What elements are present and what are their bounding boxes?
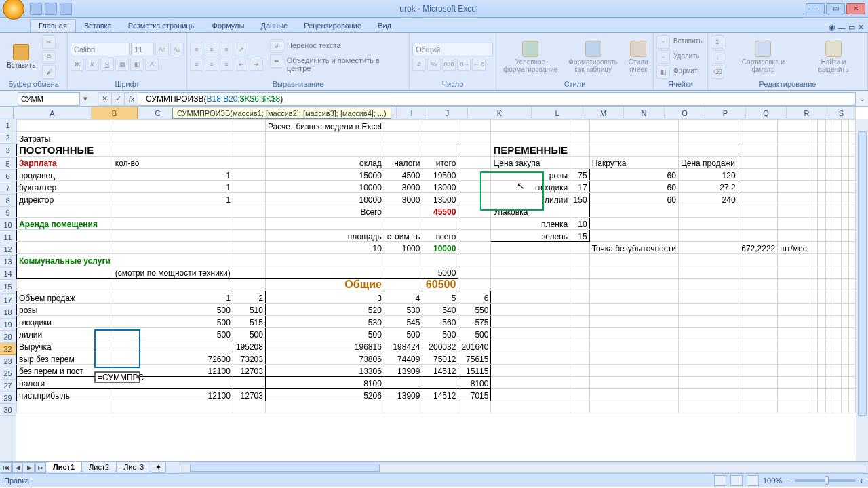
number-format-combo[interactable]: Общий bbox=[412, 43, 493, 56]
row-header-19[interactable]: 19 bbox=[0, 319, 16, 331]
cell[interactable] bbox=[738, 181, 778, 193]
cell[interactable] bbox=[810, 132, 817, 144]
cell[interactable] bbox=[778, 401, 810, 413]
col-header-M[interactable]: M bbox=[583, 107, 624, 119]
cell[interactable]: 13000 bbox=[422, 181, 458, 193]
cell[interactable] bbox=[848, 242, 855, 254]
cell[interactable]: ПЕРЕМЕННЫЕ bbox=[491, 144, 570, 157]
decrease-font-icon[interactable]: A↓ bbox=[170, 43, 184, 56]
cell[interactable]: 13909 bbox=[384, 365, 422, 377]
cell[interactable] bbox=[738, 389, 778, 401]
cell[interactable] bbox=[848, 169, 855, 181]
cell[interactable] bbox=[113, 144, 233, 157]
cell[interactable] bbox=[810, 230, 817, 242]
copy-icon[interactable]: ⧉ bbox=[42, 50, 56, 64]
cell[interactable] bbox=[818, 377, 825, 389]
insert-function-button[interactable]: fx bbox=[125, 92, 138, 106]
row-header-14[interactable]: 14 bbox=[0, 268, 16, 280]
cell[interactable] bbox=[848, 291, 855, 304]
find-select-button[interactable]: Найти и выделить bbox=[802, 35, 865, 79]
cell[interactable] bbox=[589, 132, 678, 144]
cancel-formula-button[interactable]: ✕ bbox=[98, 92, 111, 106]
cell[interactable]: 15000 bbox=[265, 169, 384, 181]
cell[interactable] bbox=[833, 193, 841, 205]
cell[interactable] bbox=[810, 218, 817, 230]
wrap-text-icon[interactable]: ↲ bbox=[270, 39, 283, 53]
cell[interactable]: 2 bbox=[233, 291, 265, 304]
cell[interactable] bbox=[833, 181, 841, 193]
cell[interactable]: 5000 bbox=[422, 266, 458, 279]
cell[interactable] bbox=[778, 389, 810, 401]
col-header-L[interactable]: L bbox=[532, 107, 583, 119]
cell[interactable] bbox=[778, 377, 810, 389]
cell[interactable] bbox=[818, 279, 825, 291]
cell[interactable] bbox=[833, 132, 841, 144]
italic-icon[interactable]: К bbox=[85, 58, 99, 71]
minimize-ribbon-icon[interactable]: — bbox=[838, 24, 846, 32]
cell[interactable] bbox=[825, 352, 833, 365]
cell[interactable] bbox=[678, 205, 738, 218]
align-right-icon[interactable]: ≡ bbox=[220, 58, 233, 71]
cell[interactable] bbox=[589, 230, 678, 242]
row-header-12[interactable]: 12 bbox=[0, 243, 16, 256]
cell[interactable] bbox=[678, 132, 738, 144]
cell[interactable]: 10000 bbox=[265, 193, 384, 205]
cell[interactable]: 560 bbox=[422, 316, 458, 328]
cell[interactable] bbox=[570, 304, 590, 316]
col-header-S[interactable]: S bbox=[827, 107, 856, 119]
align-bottom-icon[interactable]: ≡ bbox=[220, 43, 233, 56]
formula-input[interactable]: =СУММПРОИЗВ(B18:B20;$K$6:$K$8) bbox=[138, 92, 856, 106]
cell[interactable] bbox=[113, 279, 233, 291]
cell[interactable] bbox=[233, 266, 265, 279]
cell[interactable] bbox=[778, 144, 810, 157]
cell[interactable] bbox=[17, 279, 113, 291]
cell[interactable] bbox=[738, 401, 778, 413]
function-tooltip[interactable]: СУММПРОИЗВ(массив1; [массив2]; [массив3]… bbox=[172, 108, 391, 119]
cell[interactable] bbox=[589, 266, 678, 279]
format-table-button[interactable]: Форматировать как таблицу bbox=[564, 35, 622, 79]
cell[interactable]: 201640 bbox=[458, 340, 491, 352]
cell[interactable]: 3 bbox=[265, 291, 384, 304]
zoom-in-button[interactable]: + bbox=[860, 476, 864, 485]
cell[interactable]: 520 bbox=[265, 304, 384, 316]
cell[interactable] bbox=[384, 266, 422, 279]
cell[interactable] bbox=[841, 181, 848, 193]
save-icon[interactable] bbox=[30, 3, 42, 15]
cell[interactable]: 530 bbox=[265, 316, 384, 328]
cell[interactable] bbox=[265, 266, 384, 279]
cell[interactable] bbox=[491, 316, 570, 328]
cell[interactable] bbox=[738, 291, 778, 304]
cell[interactable]: Накрутка bbox=[589, 157, 678, 169]
cell[interactable] bbox=[825, 316, 833, 328]
cell[interactable] bbox=[841, 340, 848, 352]
cell[interactable]: 10000 bbox=[265, 181, 384, 193]
font-color-icon[interactable]: A bbox=[145, 58, 159, 71]
format-painter-icon[interactable]: 🖌 bbox=[42, 65, 56, 79]
cell[interactable] bbox=[848, 377, 855, 389]
cell[interactable] bbox=[265, 401, 384, 413]
cell[interactable] bbox=[818, 365, 825, 377]
cell[interactable] bbox=[818, 291, 825, 304]
cell[interactable] bbox=[265, 132, 384, 144]
cell[interactable] bbox=[458, 157, 491, 169]
cell[interactable] bbox=[841, 254, 848, 266]
cell[interactable] bbox=[848, 181, 855, 193]
cell[interactable]: Общие bbox=[265, 279, 384, 291]
clear-icon[interactable]: ⌫ bbox=[711, 65, 724, 79]
cell[interactable] bbox=[491, 377, 570, 389]
cell[interactable] bbox=[810, 401, 817, 413]
cell[interactable] bbox=[570, 144, 590, 157]
minimize-button[interactable]: — bbox=[806, 3, 825, 14]
cell[interactable]: 198424 bbox=[384, 340, 422, 352]
cell[interactable] bbox=[833, 144, 841, 157]
row-header-11[interactable]: 11 bbox=[0, 231, 16, 243]
cell[interactable]: гвоздики bbox=[491, 181, 570, 193]
cell[interactable] bbox=[738, 377, 778, 389]
cell[interactable] bbox=[825, 304, 833, 316]
cell[interactable] bbox=[825, 157, 833, 169]
col-header-A[interactable]: A bbox=[14, 107, 92, 119]
cell[interactable] bbox=[678, 328, 738, 340]
cell[interactable] bbox=[589, 279, 678, 291]
cell[interactable] bbox=[841, 316, 848, 328]
cell[interactable]: 45500 bbox=[422, 205, 458, 218]
